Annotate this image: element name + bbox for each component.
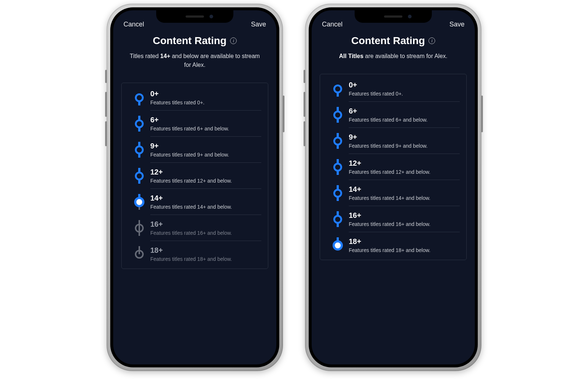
- rating-slider-panel: 0+Features titles rated 0+.6+Features ti…: [320, 74, 467, 260]
- rating-node-icon[interactable]: [135, 172, 144, 180]
- rating-option-14plus[interactable]: 14+Features titles rated 14+ and below.: [122, 189, 268, 215]
- save-button[interactable]: Save: [449, 21, 465, 28]
- rating-node-icon[interactable]: [135, 93, 144, 102]
- rating-option-label: 18+: [349, 237, 460, 246]
- rating-option-desc: Features titles rated 0+.: [349, 91, 460, 97]
- rating-node-icon[interactable]: [134, 197, 144, 207]
- cancel-button[interactable]: Cancel: [123, 21, 144, 28]
- rating-option-label: 14+: [150, 194, 261, 202]
- rating-option-desc: Features titles rated 14+ and below.: [150, 204, 261, 210]
- rating-option-desc: Features titles rated 9+ and below.: [349, 143, 460, 149]
- rating-option-desc: Features titles rated 16+ and below.: [349, 221, 460, 227]
- rating-option-desc: Features titles rated 12+ and below.: [150, 178, 261, 184]
- rating-option-desc: Features titles rated 6+ and below.: [349, 117, 460, 123]
- rating-option-desc: Features titles rated 6+ and below.: [150, 126, 261, 132]
- rating-slider-panel: 0+Features titles rated 0+.6+Features ti…: [121, 83, 268, 269]
- rating-option-label: 9+: [150, 142, 261, 150]
- rating-node-icon[interactable]: [135, 224, 144, 233]
- rating-option-16plus[interactable]: 16+Features titles rated 16+ and below.: [122, 215, 268, 241]
- page-title: Content Rating: [153, 35, 227, 47]
- rating-option-desc: Features titles rated 0+.: [150, 100, 261, 105]
- rating-option-label: 18+: [150, 246, 261, 255]
- rating-option-label: 6+: [349, 107, 460, 115]
- rating-node-icon[interactable]: [135, 250, 144, 259]
- save-button[interactable]: Save: [251, 21, 266, 28]
- rating-option-9plus[interactable]: 9+Features titles rated 9+ and below.: [122, 137, 268, 163]
- info-icon[interactable]: i: [230, 37, 237, 44]
- rating-option-6plus[interactable]: 6+Features titles rated 6+ and below.: [122, 111, 268, 137]
- rating-node-icon[interactable]: [135, 119, 144, 128]
- rating-option-desc: Features titles rated 12+ and below.: [349, 169, 460, 175]
- rating-option-18plus[interactable]: 18+Features titles rated 18+ and below.: [122, 241, 268, 267]
- rating-option-12plus[interactable]: 12+Features titles rated 12+ and below.: [122, 163, 268, 189]
- phone-mockup: Cancel Save Content Rating i Titles rate…: [107, 4, 283, 371]
- info-icon[interactable]: i: [429, 37, 435, 44]
- rating-option-label: 16+: [349, 211, 460, 220]
- phone-notch: [355, 10, 432, 23]
- rating-option-desc: Features titles rated 9+ and below.: [150, 152, 261, 158]
- rating-option-desc: Features titles rated 16+ and below.: [150, 230, 261, 236]
- rating-option-0plus[interactable]: 0+Features titles rated 0+.: [320, 76, 466, 102]
- rating-option-16plus[interactable]: 16+Features titles rated 16+ and below.: [320, 206, 466, 232]
- rating-node-icon[interactable]: [333, 84, 342, 93]
- rating-node-icon[interactable]: [333, 111, 342, 119]
- rating-option-label: 0+: [150, 90, 261, 98]
- rating-option-12plus[interactable]: 12+Features titles rated 12+ and below.: [320, 154, 466, 180]
- content-rating-subtitle: All Titles are available to stream for A…: [325, 52, 462, 61]
- page-title: Content Rating: [351, 35, 425, 47]
- rating-option-desc: Features titles rated 18+ and below.: [150, 256, 261, 262]
- rating-option-label: 9+: [349, 133, 460, 141]
- rating-option-label: 12+: [349, 159, 460, 168]
- rating-option-label: 14+: [349, 185, 460, 194]
- rating-node-icon[interactable]: [135, 145, 144, 154]
- cancel-button[interactable]: Cancel: [322, 21, 343, 28]
- rating-node-icon[interactable]: [333, 240, 343, 251]
- rating-option-14plus[interactable]: 14+Features titles rated 14+ and below.: [320, 180, 466, 206]
- rating-option-label: 16+: [150, 220, 261, 229]
- rating-option-label: 6+: [150, 116, 261, 124]
- rating-node-icon[interactable]: [333, 215, 342, 224]
- rating-node-icon[interactable]: [333, 163, 342, 172]
- content-rating-subtitle: Titles rated 14+ and below are available…: [126, 52, 263, 69]
- rating-option-6plus[interactable]: 6+Features titles rated 6+ and below.: [320, 102, 466, 128]
- phone-notch: [156, 10, 233, 23]
- rating-node-icon[interactable]: [333, 189, 342, 198]
- rating-node-icon[interactable]: [333, 137, 342, 145]
- rating-option-0plus[interactable]: 0+Features titles rated 0+.: [122, 84, 268, 111]
- phone-mockup: Cancel Save Content Rating i All Titles …: [305, 4, 481, 371]
- rating-option-desc: Features titles rated 14+ and below.: [349, 195, 460, 201]
- rating-option-desc: Features titles rated 18+ and below.: [349, 247, 460, 253]
- rating-option-label: 0+: [349, 81, 460, 89]
- rating-option-label: 12+: [150, 168, 261, 176]
- rating-option-9plus[interactable]: 9+Features titles rated 9+ and below.: [320, 128, 466, 154]
- rating-option-18plus[interactable]: 18+Features titles rated 18+ and below.: [320, 232, 466, 258]
